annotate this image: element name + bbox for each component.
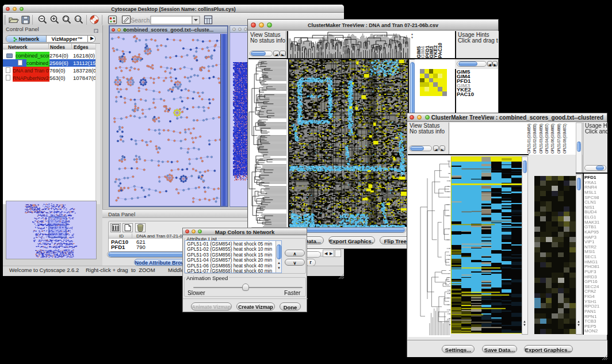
svg-text:GPL51-07 (GSM868): GPL51-07 (GSM868) xyxy=(557,124,561,154)
svg-text:GPL51-03 (GSM856): GPL51-03 (GSM856) xyxy=(539,124,544,154)
svg-text:GPL51-06 (GSM865): GPL51-06 (GSM865) xyxy=(550,124,555,154)
svg-text:GPL51-08 (GSM872): GPL51-08 (GSM872) xyxy=(563,124,567,154)
svg-text:1:1: 1:1 xyxy=(75,17,81,21)
svg-text:GPL51-02 (GSM855): GPL51-02 (GSM855) xyxy=(533,124,537,154)
svg-text:GPL51-01 (GSM854): GPL51-01 (GSM854) xyxy=(527,124,531,154)
svg-text:GPL51-04 (GSM857): GPL51-04 (GSM857) xyxy=(545,124,549,154)
svg-text:Search:: Search: xyxy=(131,17,151,24)
